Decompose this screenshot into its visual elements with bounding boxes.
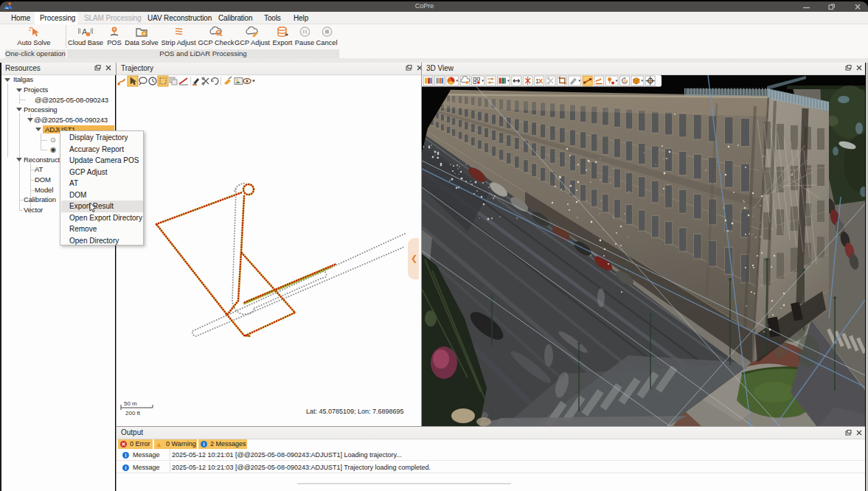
svg-text:3D: 3D xyxy=(623,79,628,83)
svg-text:200 ft: 200 ft xyxy=(125,410,141,417)
svg-text:50 m: 50 m xyxy=(124,400,137,407)
svg-text:1: 1 xyxy=(535,77,539,85)
svg-text:Lat: 45.0785109; Lon: 7.689869: Lat: 45.0785109; Lon: 7.6898695 xyxy=(306,408,404,415)
